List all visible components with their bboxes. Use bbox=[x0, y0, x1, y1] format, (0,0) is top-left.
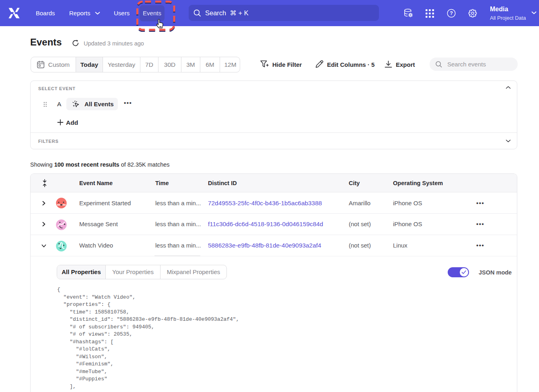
svg-text:?: ? bbox=[450, 10, 453, 16]
